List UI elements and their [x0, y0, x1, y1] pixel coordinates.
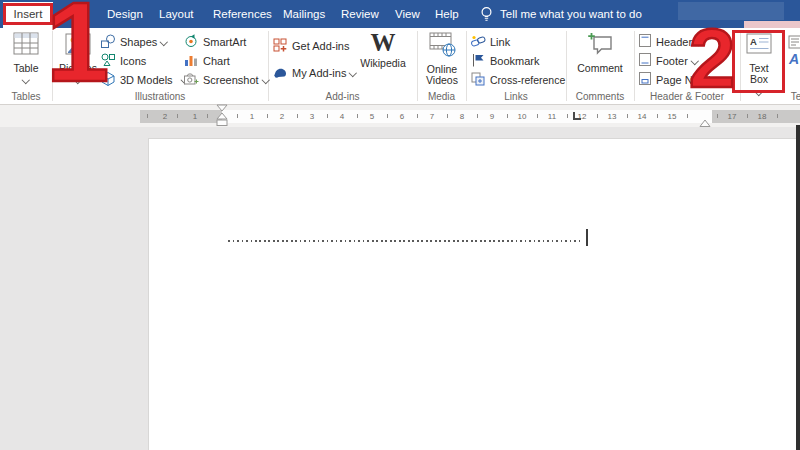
cross-reference-label: Cross-reference	[490, 74, 565, 86]
group-label-tables: Tables	[0, 90, 52, 104]
link-button[interactable]: Link	[470, 33, 510, 50]
my-add-ins-label: My Add-ins	[292, 67, 346, 79]
annotation-step-1: 1	[46, 0, 104, 87]
my-add-ins-icon	[272, 64, 292, 82]
chart-button[interactable]: Chart	[183, 52, 230, 69]
online-videos-label: Online Videos	[419, 64, 465, 87]
3d-models-button[interactable]: 3D Models	[100, 71, 187, 88]
document-page[interactable]	[148, 138, 798, 450]
get-add-ins-label: Get Add-ins	[292, 40, 349, 52]
comment-label: Comment	[577, 63, 623, 75]
table-button[interactable]: Table	[6, 31, 46, 83]
ribbon-tab-bar: Insert Design Layout References Mailings…	[0, 0, 800, 28]
document-canvas	[0, 127, 800, 450]
bookmark-button[interactable]: Bookmark	[470, 52, 540, 69]
lightbulb-icon	[479, 5, 494, 27]
tab-mailings[interactable]: Mailings	[279, 0, 329, 28]
ruler-row	[0, 105, 800, 127]
header-icon	[638, 33, 656, 50]
screenshot-label: Screenshot	[203, 74, 259, 86]
get-add-ins-icon	[272, 37, 292, 55]
cross-reference-button[interactable]: Cross-reference	[470, 71, 565, 88]
screenshot-icon	[183, 71, 203, 89]
shapes-button[interactable]: Shapes	[100, 33, 167, 50]
annotation-box-text-box	[732, 30, 785, 93]
ribbon: Table Tables Pictures Shapes Icons	[0, 28, 800, 105]
tab-layout[interactable]: Layout	[155, 0, 198, 28]
comment-icon	[585, 31, 615, 60]
titlebar-pink-strip	[744, 21, 800, 28]
chart-icon	[183, 52, 203, 70]
online-videos-button[interactable]: Online Videos	[419, 31, 465, 87]
group-label-media: Media	[417, 90, 466, 104]
ruler-text-area	[222, 110, 712, 123]
get-add-ins-button[interactable]: Get Add-ins	[272, 37, 349, 54]
chevron-down-icon	[160, 38, 168, 46]
smartart-label: SmartArt	[203, 36, 246, 48]
tab-review[interactable]: Review	[337, 0, 383, 28]
group-label-links: Links	[466, 90, 566, 104]
tab-help[interactable]: Help	[431, 0, 463, 28]
word-window: Insert Design Layout References Mailings…	[0, 0, 800, 450]
table-icon	[11, 31, 41, 60]
group-label-add-ins: Add-ins	[268, 90, 417, 104]
screenshot-button[interactable]: Screenshot	[183, 71, 268, 88]
dotted-tab-leader	[228, 240, 583, 242]
tab-stop-marker[interactable]	[573, 112, 581, 120]
bookmark-label: Bookmark	[490, 55, 540, 67]
icons-label: Icons	[120, 55, 146, 67]
3d-models-label: 3D Models	[120, 74, 173, 86]
chevron-down-icon	[262, 76, 270, 84]
comment-button[interactable]: Comment	[572, 31, 628, 74]
shapes-label: Shapes	[120, 36, 157, 48]
bookmark-icon	[470, 52, 490, 70]
online-videos-icon	[426, 31, 458, 61]
chevron-down-icon	[349, 69, 357, 77]
page-number-icon	[638, 71, 656, 88]
chevron-down-icon	[22, 76, 30, 84]
chart-label: Chart	[203, 55, 230, 67]
clipped-wordart-icon[interactable]: A	[789, 51, 799, 67]
tab-view[interactable]: View	[391, 0, 424, 28]
tab-references[interactable]: References	[209, 0, 276, 28]
smartart-icon	[183, 33, 203, 51]
footer-label: Footer	[656, 55, 688, 67]
text-cursor	[586, 229, 588, 246]
wikipedia-label: Wikipedia	[360, 58, 406, 70]
link-icon	[470, 33, 490, 51]
tell-me-box[interactable]: Tell me what you want to do	[500, 0, 642, 28]
annotation-step-2: 2	[688, 26, 736, 92]
my-add-ins-button[interactable]: My Add-ins	[272, 64, 356, 81]
group-label-comments: Comments	[566, 90, 634, 104]
link-label: Link	[490, 36, 510, 48]
tab-design[interactable]: Design	[103, 0, 147, 28]
header-label: Header	[656, 36, 692, 48]
wikipedia-button[interactable]: W Wikipedia	[357, 31, 409, 70]
cross-reference-icon	[470, 71, 490, 89]
window-right-edge	[796, 125, 800, 450]
smartart-button[interactable]: SmartArt	[183, 33, 246, 50]
footer-icon	[638, 52, 656, 69]
table-label: Table	[13, 63, 38, 75]
wikipedia-icon: W	[371, 31, 396, 55]
